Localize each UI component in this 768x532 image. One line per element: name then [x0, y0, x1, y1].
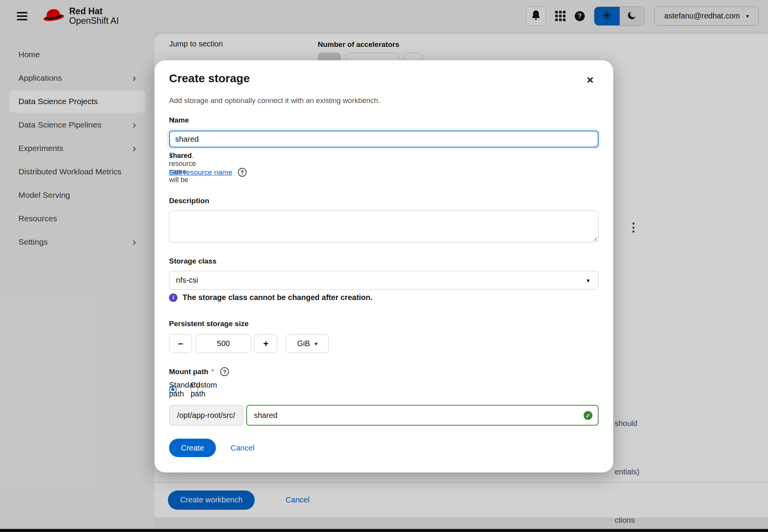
- edit-resource-name-link[interactable]: Edit resource name: [169, 168, 232, 177]
- resource-name-helper: The resource name will be shared.: [169, 152, 192, 160]
- required-asterisk: *: [211, 368, 214, 376]
- close-icon[interactable]: ✕: [586, 75, 594, 86]
- description-textarea[interactable]: [169, 210, 599, 242]
- mount-path-prefix: /opt/app-root/src/: [169, 405, 243, 426]
- question-circle-icon[interactable]: ?: [220, 367, 229, 376]
- storage-class-select[interactable]: nfs-csi ▾: [169, 271, 599, 290]
- mount-path-input[interactable]: [246, 405, 599, 426]
- cancel-link[interactable]: Cancel: [231, 444, 254, 452]
- modal-subtitle: Add storage and optionally connect it wi…: [169, 96, 380, 105]
- storage-class-value: nfs-csi: [176, 276, 198, 285]
- size-unit-dropdown[interactable]: GiB ▾: [286, 334, 329, 353]
- mount-path-row: /opt/app-root/src/ ✓: [169, 405, 599, 426]
- create-button[interactable]: Create: [169, 439, 216, 457]
- caret-down-icon: ▾: [315, 341, 318, 346]
- name-input[interactable]: [169, 131, 599, 148]
- size-minus-button[interactable]: −: [169, 334, 192, 353]
- check-circle-icon: ✓: [584, 411, 592, 420]
- description-label: Description: [169, 197, 209, 205]
- size-value-input[interactable]: [196, 334, 251, 353]
- mount-path-options: Standard path Custom path: [169, 386, 198, 393]
- storage-class-info-text: The storage class cannot be changed afte…: [182, 293, 373, 302]
- standard-path-radio[interactable]: Standard path: [169, 386, 177, 393]
- info-icon: i: [169, 293, 177, 302]
- question-circle-icon[interactable]: ?: [238, 168, 247, 177]
- create-storage-modal: Create storage ✕ Add storage and optiona…: [154, 60, 613, 472]
- size-unit-value: GiB: [297, 339, 310, 348]
- storage-size-label: Persistent storage size: [169, 320, 249, 328]
- custom-path-radio[interactable]: Custom path: [191, 386, 198, 393]
- storage-size-stepper: − + GiB ▾: [169, 334, 599, 353]
- mount-path-label: Mount path: [169, 368, 208, 376]
- size-plus-button[interactable]: +: [254, 334, 277, 353]
- caret-down-icon: ▾: [587, 277, 590, 284]
- name-label: Name*: [169, 116, 175, 124]
- storage-class-label: Storage class: [169, 257, 217, 265]
- modal-title: Create storage: [169, 72, 250, 85]
